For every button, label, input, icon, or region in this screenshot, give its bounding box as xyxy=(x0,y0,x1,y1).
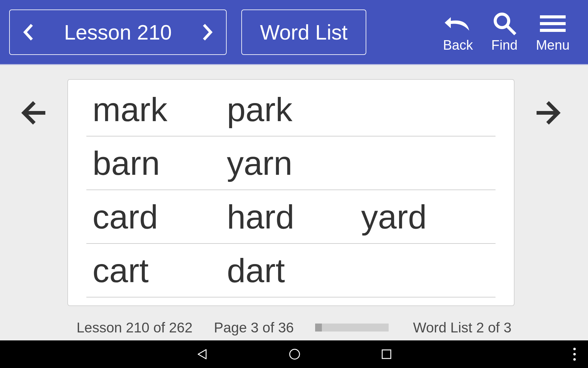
hamburger-icon xyxy=(540,12,566,35)
dot-icon xyxy=(573,358,576,361)
square-recents-icon xyxy=(381,348,392,360)
arrow-right-icon xyxy=(533,98,564,128)
content-area: mark park barn yarn card hard yard cart … xyxy=(0,65,588,328)
next-page-button[interactable] xyxy=(514,79,582,128)
wordlist-status: Word List 2 of 3 xyxy=(413,319,511,336)
svg-line-1 xyxy=(507,26,514,33)
android-navbar xyxy=(0,340,588,368)
word-cell[interactable]: yard xyxy=(361,197,496,236)
svg-rect-3 xyxy=(540,22,566,25)
word-cell[interactable]: park xyxy=(227,90,361,129)
svg-marker-7 xyxy=(198,350,206,359)
menu-label: Menu xyxy=(536,37,570,53)
undo-icon xyxy=(444,12,472,35)
page-status: Page 3 of 36 xyxy=(214,319,294,336)
triangle-back-icon xyxy=(196,348,209,361)
word-cell[interactable]: card xyxy=(92,197,227,236)
android-back-button[interactable] xyxy=(196,348,209,361)
circle-home-icon xyxy=(288,348,301,361)
word-row: card hard yard xyxy=(86,190,496,244)
menu-button[interactable]: Menu xyxy=(536,12,570,53)
lesson-navigator: Lesson 210 xyxy=(9,10,227,55)
arrow-left-icon xyxy=(18,98,49,128)
word-cell[interactable]: dart xyxy=(227,251,361,290)
lesson-status: Lesson 210 of 262 xyxy=(77,319,193,336)
prev-page-button[interactable] xyxy=(0,79,67,128)
word-row: cart dart xyxy=(86,244,496,297)
word-cell[interactable]: hard xyxy=(227,197,361,236)
progress-bar[interactable] xyxy=(315,324,389,332)
top-toolbar: Lesson 210 Word List Back Find xyxy=(0,0,588,65)
word-cell[interactable]: barn xyxy=(92,144,227,182)
android-home-button[interactable] xyxy=(288,348,301,361)
dot-icon xyxy=(573,348,576,350)
android-recents-button[interactable] xyxy=(381,348,392,360)
wordlist-button[interactable]: Word List xyxy=(241,10,366,55)
back-button[interactable]: Back xyxy=(443,12,473,53)
find-label: Find xyxy=(491,37,518,53)
svg-rect-2 xyxy=(540,15,566,18)
chevron-left-icon xyxy=(23,23,34,41)
status-bar: Lesson 210 of 262 Page 3 of 36 Word List… xyxy=(0,319,588,336)
svg-rect-9 xyxy=(382,350,391,358)
next-lesson-button[interactable] xyxy=(189,10,226,54)
prev-lesson-button[interactable] xyxy=(10,10,47,54)
word-row: barn yarn xyxy=(86,136,496,190)
word-cell[interactable]: yarn xyxy=(227,144,361,182)
word-cell[interactable]: mark xyxy=(92,90,227,129)
chevron-right-icon xyxy=(202,23,213,41)
search-icon xyxy=(492,12,517,35)
lesson-title[interactable]: Lesson 210 xyxy=(47,20,189,44)
find-button[interactable]: Find xyxy=(491,12,518,53)
progress-fill xyxy=(315,324,322,332)
android-overflow-button[interactable] xyxy=(573,340,576,368)
wordlist-label: Word List xyxy=(260,20,348,44)
word-row: mark park xyxy=(86,83,496,136)
svg-point-8 xyxy=(290,349,300,359)
word-card: mark park barn yarn card hard yard cart … xyxy=(67,79,514,306)
back-label: Back xyxy=(443,37,473,53)
word-cell[interactable]: cart xyxy=(92,251,227,290)
svg-rect-4 xyxy=(540,29,566,32)
dot-icon xyxy=(573,353,576,355)
